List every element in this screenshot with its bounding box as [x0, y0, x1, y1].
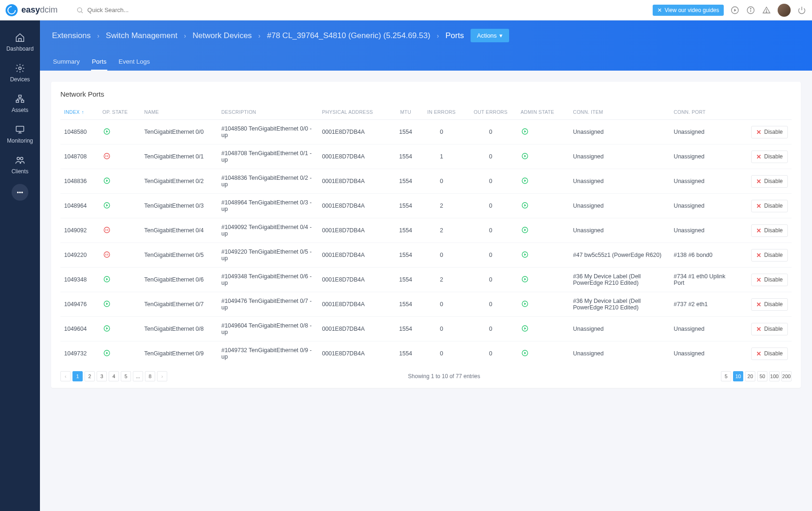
- tab-ports[interactable]: Ports: [91, 53, 108, 71]
- cell-op-state: [99, 218, 141, 243]
- cell-conn-item: Unassigned: [570, 169, 670, 194]
- column-header[interactable]: DESCRIPTION: [217, 105, 318, 120]
- svg-line-1: [81, 12, 83, 13]
- page-size-option[interactable]: 20: [745, 371, 755, 381]
- disable-button[interactable]: ✕Disable: [751, 151, 788, 163]
- svg-marker-49: [524, 278, 526, 280]
- svg-point-23: [104, 153, 110, 159]
- chevron-right-icon: ›: [184, 32, 186, 39]
- column-header[interactable]: INDEX↑: [60, 105, 99, 120]
- column-header[interactable]: PHYSICAL ADDRESS: [318, 105, 393, 120]
- cell-admin-state: [517, 341, 570, 366]
- disable-button[interactable]: ✕Disable: [751, 347, 788, 360]
- svg-point-0: [78, 7, 82, 12]
- page-number[interactable]: 5: [121, 371, 131, 381]
- page-number[interactable]: 2: [85, 371, 95, 381]
- disable-button[interactable]: ✕Disable: [751, 323, 788, 335]
- x-icon: ✕: [756, 326, 761, 333]
- power-icon[interactable]: [797, 6, 806, 15]
- page-next[interactable]: ›: [157, 371, 167, 381]
- cell-conn-item: #47 bw5c55z1 (PowerEdge R620): [570, 243, 670, 268]
- crumb-network-devices[interactable]: Network Devices: [193, 31, 252, 40]
- state-up-icon: [103, 127, 111, 136]
- cell-out-errors: 0: [465, 144, 517, 169]
- column-header[interactable]: CONN. PORT: [670, 105, 735, 120]
- logo-mark-icon: [6, 4, 18, 16]
- sidebar-item-monitoring[interactable]: Monitoring: [0, 119, 40, 150]
- cell-physical-address: 0001E8D7DB4A: [318, 144, 393, 169]
- actions-label: Actions: [477, 32, 497, 39]
- cell-physical-address: 0001E8D7DB4A: [318, 169, 393, 194]
- crumb-device[interactable]: #78 CL_39764_S4810 (Generic) (5.254.69.5…: [267, 31, 431, 40]
- page-size-option[interactable]: 50: [757, 371, 767, 381]
- video-guides-button[interactable]: ✕ View our video guides: [653, 5, 724, 16]
- column-header[interactable]: OUT ERRORS: [465, 105, 517, 120]
- column-header[interactable]: IN ERRORS: [419, 105, 464, 120]
- sidebar-more-button[interactable]: •••: [12, 184, 28, 201]
- cell-description: #1048708 TenGigabitEthernet 0/1 - up: [217, 144, 318, 169]
- page-size-option[interactable]: 5: [721, 371, 731, 381]
- page-size-option[interactable]: 200: [781, 371, 792, 381]
- sidebar-item-clients[interactable]: Clients: [0, 150, 40, 180]
- table-footer: ‹12345...8› Showing 1 to 10 of 77 entrie…: [60, 371, 792, 381]
- sidebar-item-assets[interactable]: Assets: [0, 88, 40, 119]
- play-icon[interactable]: [730, 6, 740, 15]
- disable-button[interactable]: ✕Disable: [751, 175, 788, 188]
- disable-button[interactable]: ✕Disable: [751, 224, 788, 237]
- page-number[interactable]: 8: [145, 371, 155, 381]
- column-header[interactable]: NAME: [141, 105, 218, 120]
- logo[interactable]: easydcim: [6, 4, 58, 16]
- page-number[interactable]: 3: [97, 371, 107, 381]
- page-number[interactable]: 1: [72, 371, 83, 381]
- cell-op-state: [99, 144, 141, 169]
- cell-index: 1048708: [60, 144, 99, 169]
- column-header[interactable]: CONN. ITEM: [570, 105, 670, 120]
- page-prev[interactable]: ‹: [60, 371, 71, 381]
- x-icon: ✕: [756, 178, 761, 185]
- disable-button[interactable]: ✕Disable: [751, 274, 788, 286]
- breadcrumb: Extensions › Switch Management › Network…: [52, 29, 800, 42]
- sidebar-item-dashboard[interactable]: Dashboard: [0, 27, 40, 58]
- tab-event-logs[interactable]: Event Logs: [118, 53, 151, 71]
- cell-in-errors: 0: [419, 292, 464, 317]
- svg-marker-53: [524, 302, 526, 305]
- info-icon[interactable]: [746, 6, 755, 15]
- disable-button[interactable]: ✕Disable: [751, 249, 788, 262]
- disable-button[interactable]: ✕Disable: [751, 298, 788, 311]
- crumb-switch-management[interactable]: Switch Management: [106, 31, 177, 40]
- svg-point-18: [20, 157, 23, 160]
- disable-button[interactable]: ✕Disable: [751, 126, 788, 138]
- users-icon: [15, 155, 25, 165]
- page-size-option[interactable]: 10: [733, 371, 743, 381]
- cell-mtu: 1554: [393, 144, 419, 169]
- column-header[interactable]: ADMIN STATE: [517, 105, 570, 120]
- close-icon[interactable]: ✕: [657, 7, 662, 13]
- sidebar-label: Clients: [12, 168, 29, 175]
- cell-conn-item: Unassigned: [570, 144, 670, 169]
- cell-admin-state: [517, 144, 570, 169]
- page-size-option[interactable]: 100: [769, 371, 779, 381]
- page-number[interactable]: 4: [109, 371, 119, 381]
- panel-title: Network Ports: [60, 90, 792, 98]
- crumb-extensions[interactable]: Extensions: [52, 31, 91, 40]
- cell-physical-address: 0001E8D7DB4A: [318, 268, 393, 292]
- pagination: ‹12345...8›: [60, 371, 167, 381]
- sidebar-item-devices[interactable]: Devices: [0, 58, 40, 88]
- avatar[interactable]: [778, 4, 791, 17]
- state-up-icon: [521, 275, 529, 283]
- state-up-icon: [103, 201, 111, 210]
- cell-physical-address: 0001E8D7DB4A: [318, 218, 393, 243]
- column-header[interactable]: MTU: [393, 105, 419, 120]
- tab-summary[interactable]: Summary: [52, 53, 81, 71]
- search-input[interactable]: [87, 7, 227, 13]
- x-icon: ✕: [756, 276, 761, 283]
- table-row: 1049732TenGigabitEthernet 0/9#1049732 Te…: [60, 341, 792, 366]
- disable-button[interactable]: ✕Disable: [751, 200, 788, 212]
- cell-in-errors: 0: [419, 341, 464, 366]
- column-header[interactable]: OP. STATE: [99, 105, 141, 120]
- actions-dropdown[interactable]: Actions ▾: [471, 29, 510, 42]
- state-up-icon: [103, 275, 111, 283]
- alert-icon[interactable]: [762, 6, 771, 15]
- svg-point-8: [766, 12, 767, 13]
- topbar: easydcim ✕ View our video guides: [0, 0, 812, 20]
